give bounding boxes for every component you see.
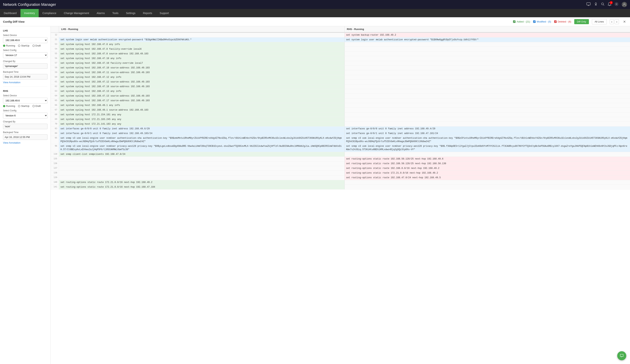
rhs-config-select[interactable]: Version 6 bbox=[3, 113, 48, 118]
settings-icon[interactable] bbox=[614, 2, 618, 7]
nav-reports[interactable]: Reports bbox=[139, 9, 156, 17]
lhs-line-content: set system syslog host 172.21.154.181 an… bbox=[59, 112, 345, 117]
rhs-radio-running[interactable]: Running bbox=[3, 105, 15, 107]
rhs-line-content bbox=[345, 47, 630, 51]
lhs-view-annotation[interactable]: View Annotation bbox=[3, 81, 20, 84]
lhs-config-select[interactable]: Version 17 bbox=[3, 52, 48, 58]
rhs-line-content bbox=[345, 61, 630, 65]
lhs-line-content: set system syslog host 192.168.47.8 faci… bbox=[59, 47, 345, 51]
nav-dashboard[interactable]: Dashboard bbox=[0, 9, 20, 17]
line-number: 69 bbox=[51, 117, 59, 122]
top-icons: 3 bbox=[586, 2, 627, 7]
avatar[interactable] bbox=[622, 2, 627, 7]
rocket-icon[interactable] bbox=[594, 2, 598, 7]
rhs-radio-draft[interactable]: Draft bbox=[32, 105, 41, 107]
lhs-config-label: Select Config bbox=[3, 49, 48, 51]
lhs-line-content: set snmp v3 usm local-engine user ncmUse… bbox=[59, 144, 345, 152]
diff-controls: Added - (21) Modified - (5) Deleted - (6… bbox=[513, 19, 627, 24]
rhs-view-annotation[interactable]: View Annotation bbox=[3, 141, 20, 144]
bell-icon[interactable]: 3 bbox=[608, 2, 611, 7]
rhs-line-content: set interfaces ge-0/0/0 unit 0 family in… bbox=[345, 127, 630, 131]
lhs-changed-by-input[interactable] bbox=[3, 63, 48, 69]
nav-tools[interactable]: Tools bbox=[108, 9, 122, 17]
rhs-line-content: set interfaces ge-0/0/1 unit 0 family in… bbox=[345, 131, 630, 136]
all-lines-button[interactable]: All Lines bbox=[592, 19, 607, 24]
rhs-line-content bbox=[345, 94, 630, 98]
filter-added[interactable]: Added - (21) bbox=[513, 20, 530, 23]
line-number: 60 bbox=[51, 75, 59, 79]
table-row: 21set system login user melab authentica… bbox=[51, 37, 630, 42]
lhs-line-content bbox=[59, 161, 345, 166]
table-row: 56set system syslog host 192.168.47.10 a… bbox=[51, 56, 630, 61]
rhs-line-content bbox=[345, 122, 630, 126]
lhs-line-content: set system syslog host 192.168.47.10 sou… bbox=[59, 66, 345, 70]
close-button[interactable]: ✕ bbox=[622, 19, 627, 24]
nav-settings[interactable]: Settings bbox=[122, 9, 139, 17]
rhs-changed-by-label: Changed By bbox=[3, 120, 48, 123]
nav-change-management[interactable]: Change Management bbox=[60, 9, 93, 17]
search-icon[interactable] bbox=[601, 2, 604, 6]
chat-fab[interactable] bbox=[617, 351, 626, 360]
nav-compliance[interactable]: Compliance bbox=[39, 9, 60, 17]
lhs-line-content: set system syslog host 192.168.47.10 fac… bbox=[59, 61, 345, 65]
rhs-line-content bbox=[345, 80, 630, 84]
lhs-rhs-divider bbox=[3, 86, 48, 87]
next-diff-button[interactable]: › bbox=[614, 19, 619, 24]
lhs-line-content bbox=[59, 33, 345, 37]
lhs-backup-time: Sep 14, 2018 13:04 PM bbox=[3, 74, 48, 79]
rhs-radio-startup[interactable]: StartUp bbox=[18, 105, 29, 107]
rhs-radio-running-label: Running bbox=[6, 105, 15, 107]
lhs-radio-running[interactable]: Running bbox=[3, 44, 15, 47]
table-row: 141set routing-options static route 172.… bbox=[51, 185, 630, 189]
prev-diff-button[interactable]: ‹ bbox=[610, 19, 614, 24]
table-row: 53set system syslog host 192.168.47.8 an… bbox=[51, 42, 630, 47]
checkbox-deleted[interactable] bbox=[554, 20, 556, 23]
lhs-line-content: set system syslog host 192.168.47.8 sour… bbox=[59, 51, 345, 56]
table-row: 57set system syslog host 192.168.47.10 f… bbox=[51, 61, 630, 66]
table-row: 136set routing-options static route 192.… bbox=[51, 161, 630, 166]
rhs-line-content: set snmp v3 usm local-engine user ncmUse… bbox=[345, 136, 630, 144]
nav-alarms[interactable]: Alarms bbox=[93, 9, 109, 17]
filter-deleted[interactable]: Deleted - (6) bbox=[554, 20, 571, 23]
checkbox-modified[interactable] bbox=[533, 20, 536, 23]
line-number: 67 bbox=[51, 108, 59, 112]
line-number: 54 bbox=[51, 47, 59, 51]
lhs-radio-group: Running StartUp Draft bbox=[3, 44, 48, 47]
line-number: 137 bbox=[51, 166, 59, 171]
filter-modified[interactable]: Modified - (5) bbox=[533, 20, 551, 23]
nav-inventory[interactable]: Inventory bbox=[20, 9, 39, 17]
rhs-device-select[interactable]: 192.168.49.6 bbox=[3, 98, 48, 103]
rhs-line-content bbox=[345, 89, 630, 94]
lhs-line-content: set system syslog host 192.168.49.1 any … bbox=[59, 103, 345, 108]
lhs-radio-startup[interactable]: StartUp bbox=[18, 44, 29, 47]
table-row: 12set system backup-router 192.168.49.2 bbox=[51, 33, 630, 37]
monitor-icon[interactable] bbox=[586, 2, 590, 6]
table-row: 63set system syslog host 192.168.47.13 a… bbox=[51, 89, 630, 94]
diff-only-button[interactable]: Diff Only bbox=[574, 19, 589, 24]
table-row: 95set snmp v3 usm local-engine user ncmU… bbox=[51, 136, 630, 144]
line-number: 12 bbox=[51, 33, 59, 37]
lhs-line-content: set system syslog host 172.21.183.245 an… bbox=[59, 117, 345, 122]
filter-modified-label: Modified - (5) bbox=[537, 20, 551, 23]
lhs-line-content: set routing-options static route 172.21.… bbox=[59, 180, 345, 185]
rhs-changed-by-input[interactable] bbox=[3, 124, 48, 129]
nav-support[interactable]: Support bbox=[156, 9, 173, 17]
line-number: 21 bbox=[51, 37, 59, 42]
line-number: 64 bbox=[51, 94, 59, 98]
lhs-radio-dot-running bbox=[3, 45, 5, 47]
rhs-backup-time: Apr 16, 2018 12:55 PM bbox=[3, 134, 48, 140]
rhs-line-content: set snmp v3 usm local-engine user ncmUse… bbox=[345, 144, 630, 152]
lhs-radio-draft-label: Draft bbox=[36, 44, 41, 47]
line-number: 110 bbox=[51, 152, 59, 157]
main-content: Config Diff View Added - (21) Modified -… bbox=[0, 17, 630, 364]
line-number: 141 bbox=[51, 185, 59, 189]
lhs-device-select[interactable]: 192.168.49.6 bbox=[3, 37, 48, 43]
checkbox-added[interactable] bbox=[513, 20, 516, 23]
rhs-line-content: set routing-options static route 192.168… bbox=[345, 176, 630, 180]
rhs-line-content: set routing-options static route 172.21.… bbox=[345, 171, 630, 175]
lhs-radio-running-label: Running bbox=[6, 44, 15, 47]
line-number: 70 bbox=[51, 122, 59, 126]
lhs-line-content: set system syslog host 192.168.47.8 any … bbox=[59, 42, 345, 47]
lhs-radio-draft[interactable]: Draft bbox=[32, 44, 41, 47]
rhs-line-content bbox=[345, 75, 630, 79]
